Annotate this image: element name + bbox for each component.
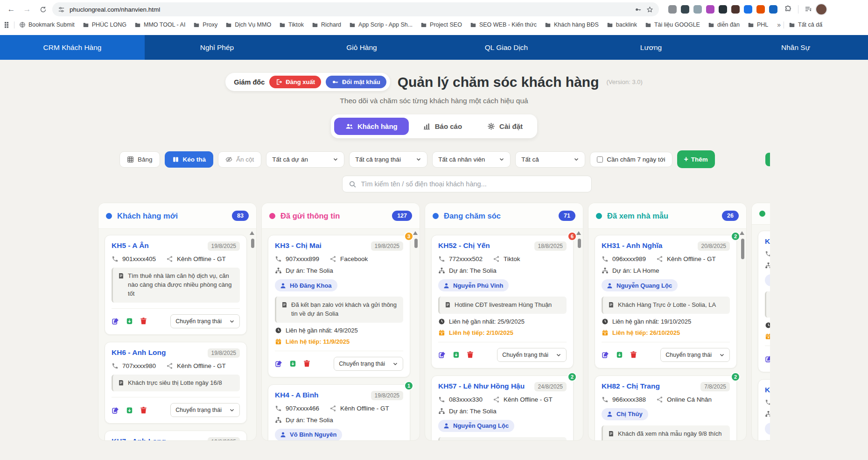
bookmark-item[interactable]: Dịch Vụ MMO	[225, 21, 271, 28]
address-bar[interactable]: phuclongreal.com/nhanvien.html	[52, 2, 659, 16]
extension-icon[interactable]	[756, 5, 765, 14]
customer-card[interactable]: K	[758, 379, 770, 441]
bookmark-star-icon[interactable]	[646, 6, 653, 13]
customer-name-link[interactable]: KH52 - Chị Yến	[438, 241, 490, 250]
table-view-button[interactable]: Bảng	[119, 151, 160, 168]
customer-name-link[interactable]: KH82 - Chị Trang	[602, 382, 660, 390]
customer-name-link[interactable]: KH7 - Anh Long	[112, 437, 166, 441]
nav-item-5[interactable]: Lương	[579, 35, 723, 60]
change-status-select[interactable]: Chuyển trạng thái	[497, 348, 567, 362]
customer-card[interactable]: KH6 - Anh Long19/8/2025707xxxx980Kênh Of…	[105, 342, 247, 424]
bookmarks-overflow-chevron[interactable]: »	[777, 21, 781, 28]
archive-button[interactable]	[616, 351, 623, 359]
customer-card[interactable]: KH7 - Anh Long19/8/2025783xxxx668Faceboo…	[105, 431, 247, 441]
delete-button[interactable]	[140, 317, 147, 325]
extension-icon[interactable]	[681, 5, 689, 14]
nav-item-2[interactable]: Nghỉ Phép	[145, 35, 289, 60]
site-settings-icon[interactable]	[58, 6, 65, 13]
bookmark-item[interactable]: diễn đàn	[708, 21, 740, 28]
edit-button[interactable]	[602, 351, 609, 359]
customer-name-link[interactable]: K	[765, 386, 770, 394]
delete-button[interactable]	[630, 351, 637, 359]
customer-card[interactable]: K	[758, 231, 770, 372]
customer-card[interactable]: 6KH52 - Chị Yến18/8/2025772xxxx502Tiktok…	[431, 235, 574, 368]
bookmark-item[interactable]: Bookmark Submit	[19, 21, 75, 28]
extension-icon[interactable]	[744, 5, 752, 14]
customer-name-link[interactable]: KH5 - A Ân	[112, 241, 149, 250]
search-input[interactable]	[361, 180, 585, 188]
change-password-button[interactable]: Đổi mật khẩu	[326, 76, 386, 88]
customer-card[interactable]: 2KH31 - Anh Nghĩa20/8/2025096xxxx989Kênh…	[595, 235, 737, 368]
delete-button[interactable]	[466, 351, 474, 359]
delete-button[interactable]	[140, 406, 147, 414]
customer-name-link[interactable]: K	[765, 237, 770, 246]
bookmark-item[interactable]: PHL	[748, 21, 768, 28]
customer-card[interactable]: KH5 - A Ân19/8/2025901xxxx405Kênh Offlin…	[105, 235, 247, 335]
customer-name-link[interactable]: KH57 - Lê Như Hồng Hậu	[438, 382, 525, 390]
archive-button[interactable]	[126, 406, 133, 414]
logout-button[interactable]: Đăng xuất	[269, 76, 321, 88]
customer-name-link[interactable]: KH31 - Anh Nghĩa	[602, 241, 662, 250]
nav-item-3[interactable]: Giỏ Hàng	[289, 35, 434, 60]
edit-button[interactable]	[112, 406, 119, 414]
bookmark-item[interactable]: backlink	[607, 21, 637, 28]
change-status-select[interactable]: Chuyển trạng thái	[170, 314, 240, 328]
tab-reports[interactable]: Báo cáo	[412, 118, 473, 135]
scroll-up-arrow[interactable]	[413, 231, 418, 235]
change-status-select[interactable]: Chuyển trạng thái	[660, 348, 730, 362]
all-filter-select[interactable]: Tất cả	[515, 151, 585, 168]
change-status-select[interactable]: Chuyển trạng thái	[170, 403, 240, 417]
extension-icon[interactable]	[693, 5, 702, 14]
customer-card[interactable]: 3KH3 - Chị Mai19/8/2025907xxxx899Faceboo…	[268, 235, 410, 377]
status-filter-select[interactable]: Tất cả trạng thái	[349, 151, 427, 168]
bookmark-item[interactable]: SEO WEB - Kiến thức	[470, 21, 537, 28]
extension-icon[interactable]	[706, 5, 714, 14]
scroll-up-arrow[interactable]	[250, 231, 254, 235]
care-7days-checkbox[interactable]	[597, 156, 603, 163]
forward-button[interactable]: →	[21, 3, 34, 16]
add-customer-button[interactable]: + Thêm	[677, 150, 715, 168]
archive-button[interactable]	[126, 317, 133, 325]
nav-item-1[interactable]: CRM Khách Hàng	[0, 35, 145, 60]
url-text[interactable]: phuclongreal.com/nhanvien.html	[70, 6, 630, 13]
bookmark-item[interactable]: PHÚC LONG	[83, 21, 126, 28]
customer-card[interactable]: 2KH57 - Lê Như Hồng Hậu24/8/2025083xxxx3…	[431, 375, 574, 441]
bookmark-item[interactable]: Proxy	[193, 21, 217, 28]
scroll-up-arrow[interactable]	[576, 231, 581, 235]
edit-button[interactable]	[275, 360, 283, 368]
customer-card[interactable]: 2KH82 - Chị Trang7/8/2025966xxxx388Onlin…	[595, 375, 737, 441]
all-bookmarks-item[interactable]: Tất cả dấ	[789, 21, 822, 28]
edit-button[interactable]	[765, 355, 770, 363]
scrollbar-thumb[interactable]	[414, 239, 418, 248]
change-status-select[interactable]: Chuyển trạng thái	[334, 357, 403, 371]
reading-list-icon[interactable]	[804, 5, 812, 14]
bookmark-item[interactable]: Khách hàng BĐS	[545, 21, 599, 28]
project-filter-select[interactable]: Tất cả dự án	[266, 151, 344, 168]
scrollbar-thumb[interactable]	[251, 239, 254, 248]
clipped-green-button[interactable]	[765, 153, 770, 166]
bookmark-item[interactable]: Tiktok	[279, 21, 304, 28]
tab-settings[interactable]: Cài đặt	[476, 118, 534, 135]
staff-filter-select[interactable]: Tất cả nhân viên	[432, 151, 511, 168]
bookmark-item[interactable]: Project SEO	[420, 21, 462, 28]
back-button[interactable]: ←	[5, 3, 18, 16]
edit-button[interactable]	[438, 351, 446, 359]
extension-icon[interactable]	[719, 5, 727, 14]
archive-button[interactable]	[452, 351, 460, 359]
kanban-view-button[interactable]: Kéo thả	[165, 151, 214, 168]
apps-grid-icon[interactable]	[4, 21, 11, 28]
scrollbar-thumb[interactable]	[741, 239, 744, 259]
customer-card[interactable]: 1KH4 - A Bình19/8/2025907xxxx466Kênh Off…	[268, 384, 410, 441]
scrollbar-thumb[interactable]	[578, 239, 581, 248]
archive-button[interactable]	[289, 360, 297, 368]
profile-avatar[interactable]	[815, 3, 827, 15]
extensions-puzzle-icon[interactable]	[784, 5, 792, 14]
customer-name-link[interactable]: KH6 - Anh Long	[112, 348, 166, 357]
delete-button[interactable]	[303, 360, 311, 368]
scroll-up-arrow[interactable]	[740, 231, 744, 235]
bookmark-item[interactable]: Tài liệu GOOGLE	[645, 21, 700, 28]
extension-icon[interactable]	[731, 5, 740, 14]
hide-columns-button[interactable]: Ẩn cột	[218, 151, 261, 168]
password-key-icon[interactable]	[635, 6, 642, 13]
bookmark-item[interactable]: MMO TOOL - AI	[134, 21, 185, 28]
